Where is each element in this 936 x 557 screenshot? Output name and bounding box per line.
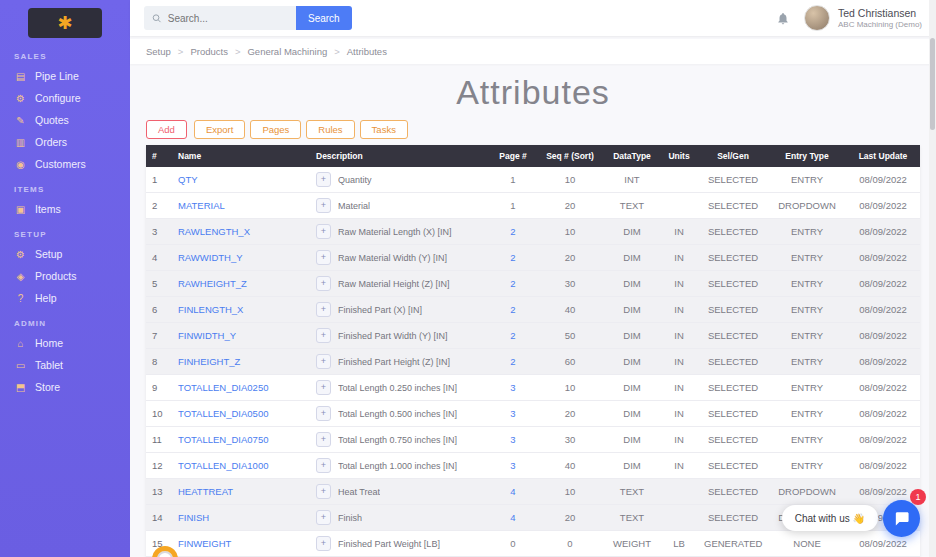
seq-cell: 30: [536, 271, 604, 297]
page-number-link[interactable]: 3: [510, 408, 515, 419]
datatype-cell: TEXT: [604, 505, 660, 531]
toolbar-button-tasks[interactable]: Tasks: [360, 120, 408, 139]
toolbar-button-rules[interactable]: Rules: [306, 120, 354, 139]
sidebar-item-label: Items: [35, 203, 61, 215]
expand-plus-button[interactable]: +: [316, 458, 331, 473]
page-cell: 2: [490, 219, 536, 245]
breadcrumb-item[interactable]: Products: [190, 46, 228, 57]
page-number-link[interactable]: 3: [510, 434, 515, 445]
expand-plus-button[interactable]: +: [316, 354, 331, 369]
search-box: [144, 6, 296, 30]
attribute-name-link[interactable]: TOTALLEN_DIA0750: [178, 434, 268, 445]
expand-plus-button[interactable]: +: [316, 172, 331, 187]
expand-plus-button[interactable]: +: [316, 536, 331, 551]
breadcrumb-item[interactable]: Setup: [146, 46, 171, 57]
table-row: 8FINHEIGHT_Z+Finished Part Height (Z) [I…: [146, 349, 920, 375]
sidebar-item-label: Orders: [35, 136, 67, 148]
page-number-link[interactable]: 4: [510, 486, 515, 497]
name-cell: FINHEIGHT_Z: [172, 349, 310, 375]
page-cell: 3: [490, 375, 536, 401]
sidebar-item-pipe-line[interactable]: ▤Pipe Line: [0, 65, 130, 87]
expand-plus-button[interactable]: +: [316, 198, 331, 213]
page-number-link[interactable]: 2: [510, 304, 515, 315]
toolbar-button-pages[interactable]: Pages: [250, 120, 301, 139]
sidebar-item-label: Store: [35, 381, 60, 393]
page-number-link[interactable]: 4: [510, 512, 515, 523]
units-cell: LB: [660, 531, 698, 557]
attribute-name-link[interactable]: FINWEIGHT: [178, 538, 231, 549]
expand-plus-button[interactable]: +: [316, 406, 331, 421]
page-number-link[interactable]: 2: [510, 278, 515, 289]
attribute-name-link[interactable]: FINLENGTH_X: [178, 304, 243, 315]
expand-plus-button[interactable]: +: [316, 328, 331, 343]
attribute-name-link[interactable]: RAWWIDTH_Y: [178, 252, 243, 263]
page-number-link[interactable]: 3: [510, 460, 515, 471]
customers-icon: ◉: [14, 159, 27, 170]
attribute-name-link[interactable]: HEATTREAT: [178, 486, 233, 497]
sidebar-item-setup[interactable]: ⚙Setup: [0, 243, 130, 265]
lastupdate-cell: 08/09/2022: [846, 349, 920, 375]
selgen-cell: SELECTED: [698, 349, 768, 375]
attribute-name-link[interactable]: TOTALLEN_DIA0500: [178, 408, 268, 419]
sidebar-item-configure[interactable]: ⚙Configure: [0, 87, 130, 109]
expand-plus-button[interactable]: +: [316, 302, 331, 317]
column-header: Name: [172, 145, 310, 167]
expand-plus-button[interactable]: +: [316, 510, 331, 525]
column-header: Description: [310, 145, 490, 167]
sidebar-item-quotes[interactable]: ✎Quotes: [0, 109, 130, 131]
row-number-cell: 10: [146, 401, 172, 427]
notifications-bell-icon[interactable]: [776, 11, 790, 26]
attribute-name-link[interactable]: FINHEIGHT_Z: [178, 356, 240, 367]
chat-with-us-pill[interactable]: Chat with us 👋: [782, 505, 878, 531]
table-row: 15FINWEIGHT+Finished Part Weight [LB]00W…: [146, 531, 920, 557]
attribute-name-link[interactable]: RAWLENGTH_X: [178, 226, 250, 237]
breadcrumb-item[interactable]: General Machining: [247, 46, 327, 57]
toolbar-button-export[interactable]: Export: [194, 120, 245, 139]
attribute-name-link[interactable]: RAWHEIGHT_Z: [178, 278, 247, 289]
name-cell: MATERIAL: [172, 193, 310, 219]
page-number-link[interactable]: 2: [510, 252, 515, 263]
column-header: Last Update: [846, 145, 920, 167]
app-logo[interactable]: ✱: [28, 8, 102, 38]
attribute-name-link[interactable]: FINISH: [178, 512, 209, 523]
vertical-scrollbar[interactable]: [929, 0, 936, 557]
page-number-link[interactable]: 2: [510, 356, 515, 367]
expand-plus-button[interactable]: +: [316, 250, 331, 265]
sidebar-item-customers[interactable]: ◉Customers: [0, 153, 130, 175]
page-number-link[interactable]: 2: [510, 330, 515, 341]
sidebar-item-home[interactable]: ⌂Home: [0, 332, 130, 354]
attribute-name-link[interactable]: TOTALLEN_DIA1000: [178, 460, 268, 471]
expand-plus-button[interactable]: +: [316, 380, 331, 395]
column-header: Seq # (Sort): [536, 145, 604, 167]
attribute-name-link[interactable]: FINWIDTH_Y: [178, 330, 236, 341]
search-button[interactable]: Search: [296, 6, 352, 30]
chat-launcher-button[interactable]: [883, 500, 920, 537]
add-button[interactable]: Add: [146, 120, 187, 139]
sidebar-item-store[interactable]: ⬒Store: [0, 376, 130, 398]
description-text: Total Length 1.000 inches [IN]: [338, 461, 457, 471]
attribute-name-link[interactable]: MATERIAL: [178, 200, 225, 211]
expand-plus-button[interactable]: +: [316, 484, 331, 499]
page-number-link[interactable]: 3: [510, 382, 515, 393]
sidebar-item-items[interactable]: ▣Items: [0, 198, 130, 220]
search-input[interactable]: [168, 13, 288, 24]
sidebar-item-orders[interactable]: ▥Orders: [0, 131, 130, 153]
configure-icon: ⚙: [14, 93, 27, 104]
description-wrap: +Raw Material Width (Y) [IN]: [316, 250, 484, 265]
row-number-cell: 1: [146, 167, 172, 193]
user-menu[interactable]: Ted Christiansen ABC Machining (Demo): [804, 5, 922, 31]
entrytype-cell: ENTRY: [768, 427, 846, 453]
attribute-name-link[interactable]: TOTALLEN_DIA0250: [178, 382, 268, 393]
description-cell: +Finished Part (X) [IN]: [310, 297, 490, 323]
scrollbar-thumb[interactable]: [930, 38, 935, 130]
attribute-name-link[interactable]: QTY: [178, 174, 198, 185]
expand-plus-button[interactable]: +: [316, 432, 331, 447]
description-wrap: +Raw Material Height (Z) [IN]: [316, 276, 484, 291]
expand-plus-button[interactable]: +: [316, 224, 331, 239]
expand-plus-button[interactable]: +: [316, 276, 331, 291]
page-number-link[interactable]: 2: [510, 226, 515, 237]
sidebar-item-help[interactable]: ?Help: [0, 287, 130, 309]
sidebar-item-tablet[interactable]: ▭Tablet: [0, 354, 130, 376]
description-cell: +Heat Treat: [310, 479, 490, 505]
sidebar-item-products[interactable]: ◈Products: [0, 265, 130, 287]
